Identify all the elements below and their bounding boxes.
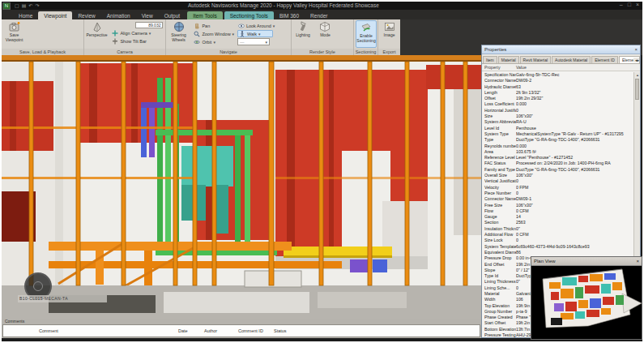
properties-tab-autodesk-material[interactable]: Autodesk Material xyxy=(552,56,591,63)
properties-tab-element-id[interactable]: Element ID xyxy=(591,56,618,63)
panel-label-save[interactable]: Save, Load & Playback xyxy=(2,49,83,55)
property-row[interactable]: Level Id Penthouse xyxy=(482,126,634,131)
property-row[interactable]: Loss Coefficient 0.000 xyxy=(482,101,634,107)
property-name: Velocity xyxy=(482,185,516,191)
plan-view-title-bar[interactable]: Plan View × xyxy=(531,257,642,266)
enable-sectioning-button[interactable]: Enable Sectioning xyxy=(356,20,377,48)
comments-column-author[interactable]: Author xyxy=(204,328,217,333)
property-row[interactable]: System Templates 6c69c460-4373-4f4d-9c09… xyxy=(482,244,634,250)
mode-button[interactable]: Mode xyxy=(316,20,334,48)
show-tilt-bar-button[interactable]: Show Tilt Bar xyxy=(111,37,163,45)
zoom-window-button[interactable]: Zoom Window▾ xyxy=(193,30,233,37)
properties-tab-item[interactable]: Item xyxy=(483,56,497,63)
property-value: 14 xyxy=(516,214,634,220)
tab-viewpoint[interactable]: Viewpoint xyxy=(38,11,72,19)
property-row[interactable]: Hydraulic Diameter 63 xyxy=(482,84,634,90)
property-row[interactable]: Velocity 0 FPM xyxy=(482,185,634,191)
app-menu-button[interactable]: N xyxy=(2,2,11,10)
property-row[interactable]: Area 103.675 ft² xyxy=(482,149,634,155)
property-name: Piece Number xyxy=(482,191,516,196)
property-row[interactable]: Equivalent Diame... 86 xyxy=(482,250,634,255)
panel-sectioning: Enable Sectioning Sectioning xyxy=(354,19,378,55)
magnifier-icon xyxy=(194,31,200,37)
property-row[interactable]: Reference Level Level "Penthouse" - #127… xyxy=(482,155,634,161)
property-row[interactable]: Size 106"x30" xyxy=(482,114,634,119)
close-button[interactable]: × xyxy=(636,2,639,7)
properties-tab-material[interactable]: Material xyxy=(498,56,519,63)
align-camera-button[interactable]: Align Camera▾ xyxy=(111,29,163,36)
property-row[interactable]: Flow 0 CFM xyxy=(482,208,634,214)
tab-item-tools[interactable]: Item Tools xyxy=(187,11,223,19)
property-row[interactable]: Insulation Thickn... 0" xyxy=(482,226,634,232)
walk-speed-dropdown[interactable]: —▾ xyxy=(237,38,270,45)
tab-render[interactable]: Render xyxy=(305,11,333,19)
property-row[interactable]: Free Size 106"x30" xyxy=(482,203,634,208)
properties-tab-revit-material[interactable]: Revit Material xyxy=(520,56,552,63)
look-around-button[interactable]: Look Around▾ xyxy=(237,22,273,29)
property-name: System Abbreviati... xyxy=(482,119,516,125)
property-row[interactable]: Family and Type DuctType "G-RA-6mg-TDC-1… xyxy=(482,167,634,173)
properties-tab-scroll-arrows[interactable]: ◂▸ xyxy=(633,58,639,62)
property-row[interactable]: Vertical Justificati... 0 xyxy=(482,178,634,184)
open-icon[interactable]: ▢ xyxy=(15,2,19,10)
tab-view[interactable]: View xyxy=(136,11,159,19)
properties-close-icon[interactable]: × xyxy=(634,45,638,54)
tab-review[interactable]: Review xyxy=(72,11,100,19)
property-row[interactable]: FAC Status Processed on: 2/24/2020 in Jo… xyxy=(482,161,634,166)
steering-wheels-button[interactable]: Steering Wheels xyxy=(168,20,190,48)
property-name: FAC Status xyxy=(482,161,516,166)
tab-home[interactable]: Home xyxy=(13,11,38,19)
comments-column-comment[interactable]: Comment xyxy=(39,328,58,333)
panel-label-camera[interactable]: Camera xyxy=(84,49,165,55)
property-row[interactable]: Specification Name Galv-6mg-5lr-TDC-Rec xyxy=(482,72,634,78)
redo-icon[interactable]: ↷ xyxy=(35,2,39,10)
property-row[interactable]: Reynolds number 0.000 xyxy=(482,144,634,149)
properties-title-bar[interactable]: Properties × xyxy=(482,45,640,54)
undo-icon[interactable]: ↶ xyxy=(28,2,32,10)
comments-column-date[interactable]: Date xyxy=(178,328,188,333)
tab-sectioning-tools[interactable]: Sectioning Tools xyxy=(224,11,274,19)
property-row[interactable]: Overall Size 106"x30" xyxy=(482,173,634,178)
maximize-button[interactable]: □ xyxy=(628,2,631,7)
lighting-button[interactable]: Lighting xyxy=(293,20,313,48)
walk-button[interactable]: Walk▾ xyxy=(237,30,273,37)
property-row[interactable]: Piece Number 0 xyxy=(482,191,634,196)
orbit-button[interactable]: Orbit▾ xyxy=(193,38,233,45)
property-row[interactable]: Connector Name1 DW09-1 xyxy=(482,196,634,202)
plan-view-map[interactable] xyxy=(531,266,642,339)
property-row[interactable]: System Abbreviati... RA-U xyxy=(482,119,634,125)
export-image-button[interactable]: Image xyxy=(380,20,399,48)
pan-button[interactable]: Pan xyxy=(193,22,233,29)
save-viewpoint-button[interactable]: Save Viewpoint xyxy=(3,20,25,48)
comments-column-status[interactable]: Status xyxy=(274,328,287,333)
model-viewport[interactable]: B10-CL015-MECAN-TA xyxy=(2,55,481,319)
property-row[interactable]: Length 2ft 9in 13/32" xyxy=(482,90,634,96)
fov-field[interactable]: 89.032 xyxy=(135,22,163,28)
property-row[interactable]: Type DuctType "G-RA-6mg-TDC-1400", #2066… xyxy=(482,137,634,143)
plan-view-close-icon[interactable]: × xyxy=(636,257,639,265)
scroll-up-icon[interactable]: ▲ xyxy=(634,72,641,79)
minimize-button[interactable]: – xyxy=(620,2,623,7)
comments-column-comment-id[interactable]: Comment ID xyxy=(238,328,263,333)
panel-label-navigate[interactable]: Navigate xyxy=(166,49,291,55)
panel-label-sectioning[interactable]: Sectioning xyxy=(354,49,377,55)
perspective-button[interactable]: Perspective xyxy=(86,20,108,48)
panel-label-export[interactable]: Export xyxy=(378,49,400,55)
comments-panel-title[interactable]: Comments xyxy=(2,319,481,324)
save-icon[interactable]: ▤ xyxy=(22,2,27,10)
property-row[interactable]: Additional Flow 0 CFM xyxy=(482,232,634,238)
panel-label-render-style[interactable]: Render Style xyxy=(292,49,353,55)
tab-bim360[interactable]: BIM 360 xyxy=(274,11,305,19)
tab-animation[interactable]: Animation xyxy=(101,11,136,19)
tab-output[interactable]: Output xyxy=(159,11,186,19)
comments-table[interactable]: Comment Date Author Comment ID Status xyxy=(2,324,480,337)
property-row[interactable]: Size Lock 0 xyxy=(482,238,634,243)
property-row[interactable]: Section 2563 xyxy=(482,220,634,225)
property-row[interactable]: Gauge 14 xyxy=(482,214,634,220)
property-row[interactable]: System Type MechanicalSystemType "R-Galv… xyxy=(482,131,634,137)
property-row[interactable]: Horizontal Justific... 0 xyxy=(482,108,634,114)
property-row[interactable]: Connector Name2 DW09-2 xyxy=(482,78,634,84)
scrollbar-thumb[interactable] xyxy=(635,79,639,100)
property-row[interactable]: Offset 19ft 2in 29/32" xyxy=(482,96,634,101)
property-name: Offset xyxy=(482,96,516,101)
